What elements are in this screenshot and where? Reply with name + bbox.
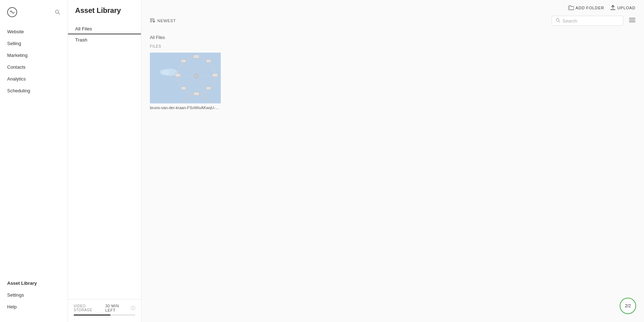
svg-line-2 — [58, 13, 60, 14]
storage-bar-fill — [74, 314, 111, 316]
sidebar-logo-area — [0, 6, 68, 26]
folder-add-icon — [569, 5, 574, 11]
add-folder-button[interactable]: ADD FOLDER — [569, 5, 604, 11]
folder-nav: All Files Trash — [68, 20, 141, 299]
sidebar-item-contacts[interactable]: Contacts — [0, 61, 68, 73]
grid-view-icon[interactable] — [629, 17, 635, 25]
svg-point-29 — [195, 74, 198, 78]
sidebar-item-analytics[interactable]: Analytics — [0, 73, 68, 85]
sidebar-search-icon[interactable] — [55, 9, 60, 16]
svg-rect-22 — [194, 92, 199, 96]
sidebar-nav: Website Selling Marketing Contacts Analy… — [0, 26, 68, 274]
app-logo[interactable] — [7, 7, 17, 19]
sidebar-item-marketing[interactable]: Marketing — [0, 49, 68, 61]
storage-bar-bg — [74, 314, 135, 316]
top-action-bar: ADD FOLDER UPLOAD — [141, 0, 644, 11]
upload-label: UPLOAD — [617, 6, 635, 10]
folder-panel-title: Asset Library — [68, 0, 141, 20]
file-thumbnail — [150, 53, 221, 103]
add-folder-label: ADD FOLDER — [576, 6, 604, 10]
svg-rect-23 — [212, 73, 218, 77]
sidebar-item-help[interactable]: Help — [0, 301, 68, 313]
sidebar-item-asset-library[interactable]: Asset Library — [0, 277, 68, 289]
sidebar-item-settings[interactable]: Settings — [0, 289, 68, 301]
sidebar-item-selling[interactable]: Selling — [0, 38, 68, 49]
svg-line-9 — [559, 21, 560, 23]
folder-nav-trash[interactable]: Trash — [68, 34, 141, 45]
svg-point-15 — [160, 69, 170, 75]
breadcrumb: All Files — [150, 35, 635, 40]
svg-rect-28 — [181, 87, 186, 90]
storage-time: 30 MIN LEFT — [105, 304, 128, 312]
upload-button[interactable]: UPLOAD — [610, 5, 635, 11]
file-card[interactable]: bruno-van-der-kraan-FSvWioAKwqU-unsplas.… — [150, 53, 221, 110]
search-icon — [556, 18, 560, 24]
content-area: All Files FILES — [141, 29, 644, 322]
files-grid: bruno-van-der-kraan-FSvWioAKwqU-unsplas.… — [150, 53, 635, 110]
sidebar-bottom: Asset Library Settings Help — [0, 274, 68, 316]
sidebar-item-scheduling[interactable]: Scheduling — [0, 85, 68, 97]
folder-panel-footer: VIDEO STORAGE 30 MIN LEFT ⓘ — [68, 299, 141, 322]
storage-label: VIDEO STORAGE — [74, 304, 103, 312]
sort-icon — [150, 18, 155, 24]
file-name: bruno-van-der-kraan-FSvWioAKwqU-unsplas.… — [150, 106, 221, 110]
upload-icon — [610, 5, 615, 11]
sort-control[interactable]: NEWEST — [150, 18, 176, 24]
sidebar: Website Selling Marketing Contacts Analy… — [0, 0, 68, 322]
main-content: ADD FOLDER UPLOAD — [141, 0, 644, 322]
svg-rect-21 — [194, 55, 199, 58]
svg-rect-27 — [206, 87, 211, 90]
svg-rect-26 — [181, 59, 186, 63]
storage-badge[interactable]: 2/2 — [620, 298, 636, 314]
sidebar-item-website[interactable]: Website — [0, 26, 68, 38]
svg-rect-25 — [206, 59, 211, 63]
search-bar — [552, 16, 623, 26]
sort-label: NEWEST — [157, 19, 176, 23]
main-toolbar: NEWEST — [141, 11, 644, 29]
toolbar-right — [552, 16, 635, 26]
svg-rect-24 — [175, 73, 181, 77]
search-input[interactable] — [562, 18, 619, 24]
files-section-label: FILES — [150, 44, 635, 48]
folder-panel: Asset Library All Files Trash VIDEO STOR… — [68, 0, 141, 322]
folder-nav-all-files[interactable]: All Files — [68, 23, 141, 34]
question-circle-icon[interactable]: ⓘ — [131, 305, 136, 311]
